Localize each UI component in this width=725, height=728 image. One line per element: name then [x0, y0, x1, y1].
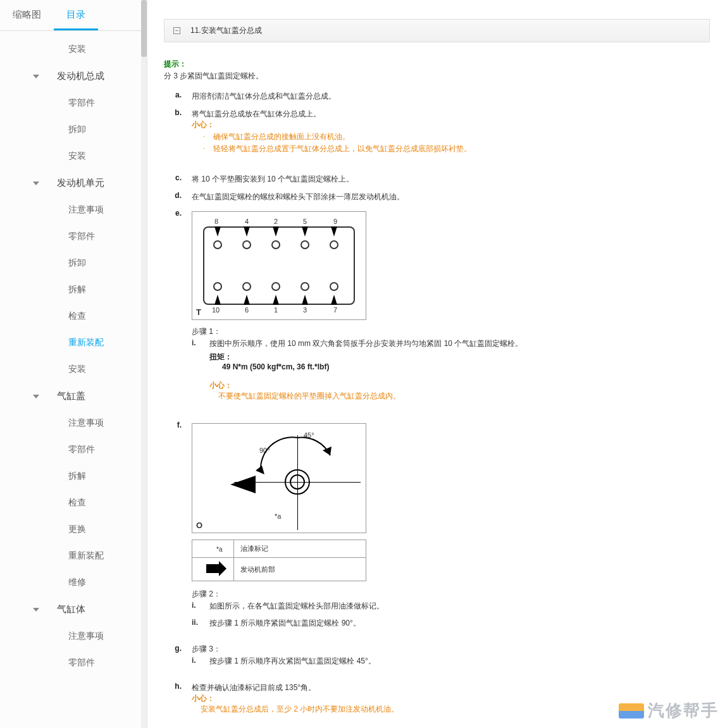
substep-label: 步骤 3：	[192, 644, 710, 655]
step-marker: g.	[164, 644, 192, 669]
sub-marker: i.	[192, 656, 209, 667]
sidebar-tabs: 缩略图 目录	[0, 0, 147, 31]
toc-item[interactable]: 零部件	[0, 650, 147, 676]
arrow-down-icon	[273, 226, 279, 237]
toc-item[interactable]: 注意事项	[0, 410, 147, 436]
hint-label: 提示：	[164, 59, 710, 70]
sub-marker: i.	[192, 601, 209, 612]
toc-item[interactable]: 零部件	[0, 436, 147, 463]
svg-marker-1	[323, 447, 332, 455]
toc-item[interactable]: 注意事项	[0, 623, 147, 650]
bolt-num: 6	[245, 306, 249, 314]
toc-item[interactable]: 零部件	[0, 90, 147, 116]
arrow-up-icon	[331, 295, 337, 305]
caret-icon	[33, 608, 39, 612]
arrow-down-icon	[331, 226, 337, 237]
toc-group-engine-assembly[interactable]: 发动机总成	[0, 63, 147, 90]
legend-table: *a油漆标记 发动机前部	[192, 540, 366, 581]
legend-mark: *a	[216, 546, 222, 553]
toc-item[interactable]: 注意事项	[0, 197, 147, 223]
step-d-text: 在气缸盖固定螺栓的螺纹和螺栓头下部涂抹一薄层发动机机油。	[192, 191, 710, 202]
torque-label: 扭矩：	[209, 352, 710, 362]
bolt-hole-icon	[213, 282, 222, 291]
toc-item[interactable]: 检查	[0, 303, 147, 330]
bolt-hole-icon	[242, 240, 251, 249]
toc-item[interactable]: 安装	[0, 356, 147, 383]
step-marker: d.	[164, 191, 192, 202]
bolt-hole-icon	[301, 282, 309, 291]
scrollbar-thumb[interactable]	[141, 0, 147, 57]
caution-item: 确保气缸盖分总成的接触面上没有机油。	[192, 132, 710, 142]
caret-icon	[33, 75, 39, 78]
bolt-hole-icon	[213, 240, 222, 249]
toc-item[interactable]: 拆卸	[0, 116, 147, 143]
bolt-hole-icon	[330, 240, 338, 249]
caution-text: 不要使气缸盖固定螺栓的平垫圈掉入气缸盖分总成内。	[218, 391, 710, 402]
toc-tree: 安装 发动机总成 零部件 拆卸 安装 发动机单元 注意事项 零部件 拆卸 拆解 …	[0, 31, 147, 689]
arrow-down-icon	[214, 226, 221, 237]
bolt-num: 7	[333, 306, 337, 314]
toc-item-reassembly[interactable]: 重新装配	[0, 330, 147, 356]
step-h-text: 检查并确认油漆标记目前成 135°角。	[192, 682, 710, 693]
toc-item[interactable]: 拆解	[0, 463, 147, 490]
substep-text: 按步骤 1 所示顺序再次紧固气缸盖固定螺栓 45°。	[209, 656, 376, 667]
bolt-hole-icon	[330, 282, 338, 291]
step-a-text: 用溶剂清洁气缸体分总成和气缸盖分总成。	[192, 90, 710, 102]
front-arrow-icon	[206, 564, 220, 573]
caution-item: 轻轻将气缸盖分总成置于气缸体分总成上，以免气缸盖分总成底部损坏衬垫。	[192, 144, 710, 154]
tab-thumbnail[interactable]: 缩略图	[0, 0, 54, 30]
watermark-text: 汽修帮手	[648, 700, 719, 722]
toc-item[interactable]: 安装	[0, 143, 147, 170]
toc-group-cylinder-block[interactable]: 气缸体	[0, 596, 147, 623]
front-arrow-icon	[230, 476, 256, 493]
tab-toc[interactable]: 目录	[54, 0, 98, 30]
toc-item[interactable]: 拆卸	[0, 250, 147, 276]
arrow-up-icon	[302, 295, 308, 305]
bolt-sequence-diagram: 8 4 2 5 9	[192, 211, 366, 320]
legend-text: 发动机前部	[234, 558, 366, 581]
content-panel: − 11.安装气缸盖分总成 提示： 分 3 步紧固气缸盖固定螺栓。 a.用溶剂清…	[147, 0, 725, 728]
diagram-letter: O	[196, 521, 202, 530]
svg-marker-0	[256, 466, 264, 474]
step-b-text: 将气缸盖分总成放在气缸体分总成上。	[192, 108, 710, 120]
scrollbar-track	[141, 0, 147, 728]
mark-star-a: *a	[275, 512, 281, 520]
substep-label: 步骤 1：	[192, 326, 710, 337]
substep-text: 如图所示，在各气缸盖固定螺栓头部用油漆做标记。	[209, 601, 384, 612]
substep-text: 按步骤 1 所示顺序紧固气缸盖固定螺栓 90°。	[209, 618, 361, 629]
substep-label: 步骤 2：	[192, 589, 710, 600]
arrow-down-icon	[302, 226, 308, 237]
toc-item[interactable]: 维修	[0, 569, 147, 596]
caution-label: 小心：	[209, 380, 710, 391]
bolt-num: 10	[212, 306, 220, 314]
legend-text: 油漆标记	[234, 540, 366, 558]
arrow-down-icon	[244, 226, 250, 237]
substep-text: 按图中所示顺序，使用 10 mm 双六角套筒扳手分步安装并均匀地紧固 10 个气…	[209, 338, 523, 349]
section-header[interactable]: − 11.安装气缸盖分总成	[164, 19, 710, 42]
toc-item[interactable]: 安装	[0, 36, 147, 63]
step-marker: a.	[164, 90, 192, 102]
step-marker: e.	[164, 209, 192, 402]
toc-item[interactable]: 检查	[0, 490, 147, 516]
step-marker: f.	[164, 421, 192, 631]
step-marker: h.	[164, 682, 192, 715]
toc-item[interactable]: 零部件	[0, 223, 147, 250]
toc-item[interactable]: 重新装配	[0, 543, 147, 569]
bolt-num: 1	[274, 306, 278, 314]
step-marker: b.	[164, 108, 192, 154]
arrow-up-icon	[273, 295, 279, 305]
toc-group-engine-unit[interactable]: 发动机单元	[0, 170, 147, 197]
bolt-hole-icon	[242, 282, 251, 291]
angle-diagram: 45° 90° *a O	[192, 423, 366, 533]
bolt-hole-icon	[301, 240, 309, 249]
bolt-hole-icon	[271, 240, 280, 249]
sub-marker: ii.	[192, 618, 209, 629]
toc-item[interactable]: 拆解	[0, 276, 147, 303]
collapse-icon[interactable]: −	[173, 27, 180, 34]
caution-label: 小心：	[192, 120, 710, 130]
bolt-num: 3	[303, 306, 307, 314]
bolt-num: 4	[245, 218, 249, 225]
diagram-letter: T	[196, 307, 201, 317]
toc-item[interactable]: 更换	[0, 516, 147, 543]
toc-group-cylinder-head[interactable]: 气缸盖	[0, 383, 147, 410]
